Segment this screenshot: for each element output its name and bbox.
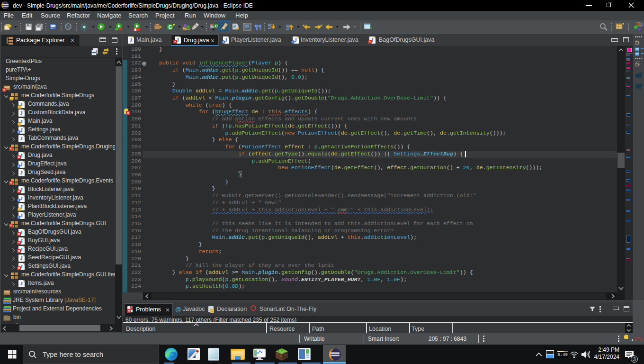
svg-text:C: C	[215, 24, 218, 28]
svg-text:J: J	[640, 22, 643, 28]
svg-text:C: C	[169, 24, 172, 30]
